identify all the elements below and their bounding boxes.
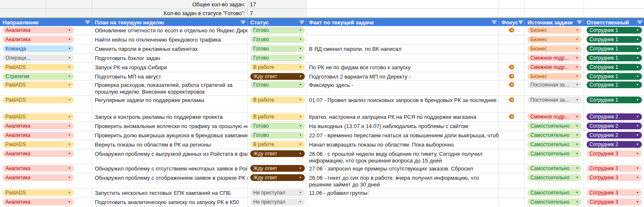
focus-cell[interactable]	[499, 140, 525, 149]
source-chip[interactable]: Смежное подр...▼	[527, 55, 582, 61]
filter-icon[interactable]	[491, 20, 497, 25]
fact-cell[interactable]: 26.06 - с прошлой недели веду общение по…	[306, 149, 499, 164]
status-chip[interactable]: В работе▼	[250, 113, 305, 120]
total-tasks-value[interactable]: 17	[248, 0, 306, 8]
direction-chip[interactable]: Аналитика▼	[3, 150, 74, 157]
plan-cell[interactable]: Обнаружил проблему с выгрузкой данных из…	[92, 149, 248, 164]
source-chip[interactable]: Бизнес▼	[527, 73, 582, 80]
plan-cell[interactable]: Подготовить бэклог задач	[92, 54, 248, 63]
plan-cell[interactable]: Запустить несколько тестовых ЕПК кампани…	[92, 189, 248, 197]
source-chip[interactable]: Постоянная за...▼	[527, 97, 582, 103]
status-chip[interactable]: Жду ответ▼	[250, 150, 305, 157]
source-chip[interactable]: Самостоятельно▼	[527, 150, 582, 157]
plan-cell[interactable]: Регулярные задачи по поддержке рекламы	[92, 96, 248, 112]
source-chip[interactable]: Самостоятельно▼	[527, 189, 582, 196]
plan-cell[interactable]: Обновление отчетности по ecom и отдельно…	[92, 26, 248, 35]
focus-cell[interactable]	[499, 131, 525, 140]
summary-empty-cell[interactable]	[46, 9, 92, 17]
status-chip[interactable]: Жду ответ▼	[250, 165, 305, 172]
summary-empty-cell[interactable]	[0, 9, 46, 17]
direction-chip[interactable]: Аналитика▼	[3, 165, 74, 172]
direction-chip[interactable]: PaidADS▼	[3, 64, 74, 71]
status-chip[interactable]: Готово▼	[250, 36, 305, 43]
status-chip[interactable]: В работе▼	[250, 64, 305, 71]
owner-chip[interactable]: Сотрудник 2▼	[587, 113, 642, 120]
focus-cell[interactable]	[499, 173, 525, 188]
owner-chip[interactable]: Сотрудник 1▼	[587, 97, 642, 103]
summary-empty-cell[interactable]	[499, 0, 525, 8]
owner-chip[interactable]: Сотрудник 2▼	[587, 123, 642, 129]
owner-chip[interactable]: Сотрудник 1▼	[587, 73, 642, 80]
owner-chip[interactable]: Сотрудник 3▼	[587, 199, 642, 205]
fact-cell[interactable]: Подготовил 2 варианта МП по Директу -	[306, 72, 499, 80]
focus-cell[interactable]	[499, 164, 525, 173]
plan-cell[interactable]: Подготовить аналитическую записку по зап…	[92, 198, 248, 207]
fact-cell[interactable]: По РК не по фидам все готово к запуску	[306, 63, 499, 72]
direction-chip[interactable]: PaidADS▼	[3, 97, 74, 103]
source-chip[interactable]: Самостоятельно▼	[527, 141, 582, 148]
filter-icon[interactable]	[637, 20, 642, 25]
done-tasks-value[interactable]: 7	[248, 9, 306, 17]
focus-cell[interactable]	[499, 122, 525, 131]
source-chip[interactable]: Смежное подр...▼	[527, 113, 582, 120]
filter-icon[interactable]	[85, 20, 90, 25]
focus-cell[interactable]	[499, 81, 525, 95]
status-chip[interactable]: Жду ответ▼	[250, 73, 305, 80]
fact-cell[interactable]: 27.06 - запросил еще примеры отсутствующ…	[306, 164, 499, 173]
source-chip[interactable]: Бизнес▼	[527, 36, 582, 43]
focus-cell[interactable]	[499, 26, 525, 35]
fact-cell[interactable]: Фиксирую здесь -	[306, 81, 499, 95]
summary-empty-cell[interactable]	[306, 9, 499, 17]
direction-chip[interactable]: Аналитика▼	[3, 174, 74, 181]
status-chip[interactable]: Не приступал▼	[250, 199, 305, 205]
fact-cell[interactable]: 11.06 - добавил группы:	[306, 189, 499, 197]
plan-cell[interactable]: Запуск и контроль рекламы по поддержке п…	[92, 113, 248, 121]
focus-cell[interactable]	[499, 198, 525, 207]
filter-icon[interactable]	[518, 20, 524, 25]
owner-chip[interactable]: Сотрудник 1▼	[587, 45, 642, 52]
fact-cell[interactable]: На выходных (13.07 и 14.07) наблюдались …	[306, 122, 499, 131]
direction-chip[interactable]: PaidADS▼	[3, 113, 74, 120]
owner-chip[interactable]: Сотрудник 2▼	[587, 132, 642, 139]
plan-cell[interactable]: Запуск РК на города Сибири	[92, 63, 248, 72]
summary-empty-cell[interactable]	[0, 0, 46, 8]
source-chip[interactable]: Смежное подр...▼	[527, 64, 582, 71]
filter-icon[interactable]	[240, 20, 246, 25]
direction-chip[interactable]: Операци...▼	[3, 55, 74, 61]
filter-icon[interactable]	[576, 20, 582, 25]
status-chip[interactable]: В работе▼	[250, 97, 305, 103]
direction-chip[interactable]: PaidADS▼	[3, 141, 74, 148]
status-chip[interactable]: Готово▼	[250, 81, 305, 88]
focus-cell[interactable]	[499, 113, 525, 121]
focus-cell[interactable]	[499, 189, 525, 197]
focus-cell[interactable]	[499, 72, 525, 80]
status-chip[interactable]: Готово▼	[250, 55, 305, 61]
source-chip[interactable]: Самостоятельно▼	[527, 174, 582, 181]
summary-empty-cell[interactable]	[499, 9, 525, 17]
source-chip[interactable]: Самостоятельно▼	[527, 123, 582, 129]
owner-chip[interactable]: Сотрудник 1▼	[587, 55, 642, 61]
direction-chip[interactable]: Команда▼	[3, 45, 74, 52]
status-chip[interactable]: Готово▼	[250, 123, 305, 129]
focus-cell[interactable]	[499, 63, 525, 72]
fact-cell[interactable]	[306, 54, 499, 63]
summary-empty-cell[interactable]	[525, 9, 584, 17]
focus-cell[interactable]	[499, 54, 525, 63]
source-chip[interactable]: Самостоятельно▼	[527, 165, 582, 172]
owner-chip[interactable]: Сотрудник 3▼	[587, 150, 642, 157]
status-chip[interactable]: Готово▼	[250, 132, 305, 139]
focus-cell[interactable]	[499, 45, 525, 53]
owner-chip[interactable]: Сотрудник 1▼	[587, 64, 642, 71]
direction-chip[interactable]: Аналитика▼	[3, 132, 74, 139]
status-chip[interactable]: Готово▼	[250, 45, 305, 52]
plan-cell[interactable]: Найти кейсы по отключению брендового тра…	[92, 35, 248, 44]
status-chip[interactable]: Жду ответ▼	[250, 174, 305, 181]
direction-chip[interactable]: PaidADS▼	[3, 81, 74, 88]
plan-cell[interactable]: Проверка расходов, показателей, работа с…	[92, 81, 248, 95]
status-chip[interactable]: Не приступал▼	[250, 189, 305, 196]
direction-chip[interactable]: Аналитика▼	[3, 199, 74, 205]
direction-chip[interactable]: Аналитика▼	[3, 27, 74, 34]
summary-empty-cell[interactable]	[306, 0, 499, 8]
plan-cell[interactable]: Проверить аномальные всплески по трафику…	[92, 122, 248, 131]
source-chip[interactable]: Бизнес▼	[527, 45, 582, 52]
